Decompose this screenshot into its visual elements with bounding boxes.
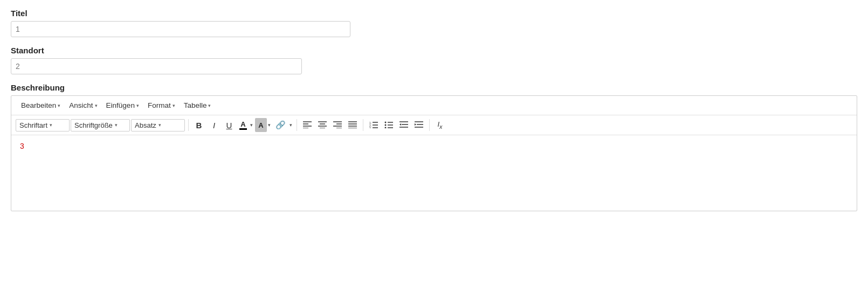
editor-menubar: Bearbeiten ▾ Ansicht ▾ Einfügen ▾ Format…: [11, 96, 857, 115]
toolbar-sep-1: [188, 119, 189, 131]
link-button[interactable]: 🔗: [273, 118, 288, 132]
ordered-list-icon: 1. 2. 3.: [369, 121, 378, 130]
editor-placeholder: 3: [20, 142, 24, 150]
schriftgroesse-chevron-icon: ▾: [115, 122, 118, 128]
indent-decrease-button[interactable]: [397, 118, 411, 132]
clear-format-button[interactable]: Ix: [433, 118, 447, 132]
svg-marker-31: [399, 123, 401, 126]
absatz-dropdown[interactable]: Absatz ▾: [131, 119, 185, 131]
svg-point-22: [385, 121, 387, 123]
titel-input[interactable]: [11, 21, 350, 37]
align-center-button[interactable]: [315, 118, 329, 132]
link-icon: 🔗: [275, 120, 286, 130]
editor-toolbar: Schriftart ▾ Schriftgröße ▾ Absatz ▾ B I: [11, 115, 857, 135]
align-justify-button[interactable]: [346, 118, 360, 132]
font-color-bar: [239, 128, 247, 130]
standort-field-group: Standort: [11, 46, 857, 74]
menu-bearbeiten-label: Bearbeiten: [21, 101, 56, 109]
toolbar-sep-4: [429, 119, 430, 131]
menu-einfuegen-label: Einfügen: [106, 101, 135, 109]
align-left-icon: [303, 121, 312, 130]
font-color-letter: A: [240, 121, 245, 128]
menu-einfuegen[interactable]: Einfügen ▾: [102, 99, 143, 112]
schriftgroesse-dropdown[interactable]: Schriftgröße ▾: [71, 119, 130, 131]
link-chevron-button[interactable]: ▾: [288, 118, 293, 132]
menu-tabelle-chevron: ▾: [208, 103, 211, 108]
menu-bearbeiten-chevron: ▾: [58, 103, 60, 108]
underline-icon: U: [226, 121, 232, 130]
schriftart-chevron-icon: ▾: [50, 122, 52, 128]
menu-bearbeiten[interactable]: Bearbeiten ▾: [17, 99, 65, 112]
unordered-list-button[interactable]: [382, 118, 396, 132]
italic-icon: I: [213, 121, 215, 130]
schriftart-label: Schriftart: [19, 121, 47, 129]
menu-tabelle-label: Tabelle: [184, 101, 207, 109]
titel-field-group: Titel: [11, 9, 857, 37]
menu-ansicht[interactable]: Ansicht ▾: [65, 99, 101, 112]
align-center-icon: [318, 121, 327, 130]
font-color-group: A ▾: [237, 118, 254, 132]
indent-increase-button[interactable]: [412, 118, 426, 132]
underline-button[interactable]: U: [222, 118, 236, 132]
unordered-list-icon: [384, 121, 393, 130]
toolbar-sep-2: [297, 119, 297, 131]
beschreibung-label: Beschreibung: [11, 83, 857, 92]
svg-marker-35: [415, 123, 416, 126]
bold-icon: B: [196, 121, 202, 130]
align-right-button[interactable]: [330, 118, 345, 132]
italic-button[interactable]: I: [207, 118, 221, 132]
menu-ansicht-label: Ansicht: [69, 101, 93, 109]
indent-increase-icon: [415, 121, 423, 130]
ordered-list-button[interactable]: 1. 2. 3.: [367, 118, 381, 132]
toolbar-sep-3: [363, 119, 363, 131]
titel-label: Titel: [11, 9, 857, 18]
svg-point-23: [385, 124, 387, 126]
link-group: 🔗 ▾: [273, 118, 293, 132]
highlight-letter: A: [258, 121, 263, 129]
editor-content[interactable]: 3: [11, 135, 857, 211]
menu-ansicht-chevron: ▾: [95, 103, 98, 108]
menu-format[interactable]: Format ▾: [143, 99, 180, 112]
standort-label: Standort: [11, 46, 857, 55]
highlight-button[interactable]: A: [255, 118, 267, 132]
menu-format-label: Format: [148, 101, 171, 109]
align-right-icon: [333, 121, 342, 130]
align-left-button[interactable]: [300, 118, 314, 132]
font-color-button[interactable]: A: [237, 118, 249, 132]
bold-button[interactable]: B: [192, 118, 206, 132]
editor-wrapper: Bearbeiten ▾ Ansicht ▾ Einfügen ▾ Format…: [11, 95, 857, 211]
absatz-label: Absatz: [135, 121, 156, 129]
svg-point-24: [385, 127, 387, 128]
highlight-group: A ▾: [255, 118, 272, 132]
indent-decrease-icon: [399, 121, 408, 130]
beschreibung-field-group: Beschreibung Bearbeiten ▾ Ansicht ▾ Einf…: [11, 83, 857, 211]
font-color-chevron-button[interactable]: ▾: [249, 118, 254, 132]
clear-format-icon: Ix: [437, 120, 442, 130]
schriftart-dropdown[interactable]: Schriftart ▾: [16, 119, 70, 131]
schriftgroesse-label: Schriftgröße: [74, 121, 113, 129]
standort-input[interactable]: [11, 58, 302, 74]
align-justify-icon: [348, 121, 357, 130]
menu-einfuegen-chevron: ▾: [136, 103, 139, 108]
svg-text:3.: 3.: [369, 127, 371, 128]
menu-tabelle[interactable]: Tabelle ▾: [180, 99, 216, 112]
menu-format-chevron: ▾: [173, 103, 175, 108]
highlight-chevron-button[interactable]: ▾: [267, 118, 272, 132]
absatz-chevron-icon: ▾: [159, 122, 161, 128]
